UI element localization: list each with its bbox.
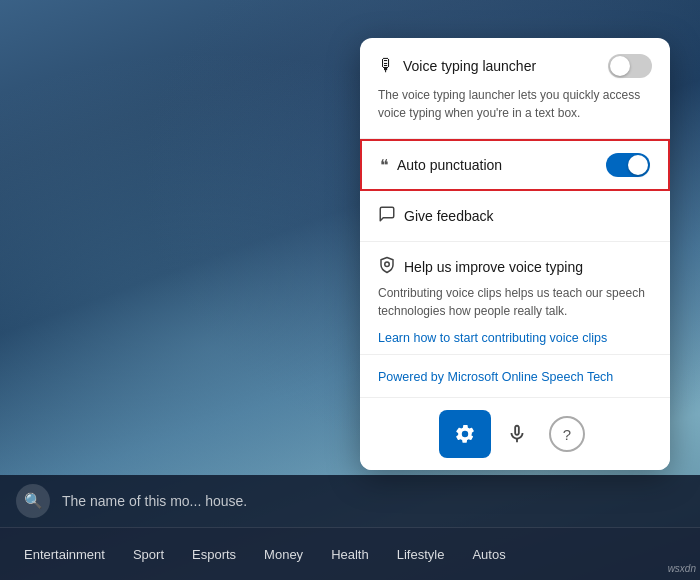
voice-typing-launcher-label: 🎙 Voice typing launcher — [378, 56, 536, 76]
microphone-btn-icon — [506, 423, 528, 445]
taskbar-item-entertainment[interactable]: Entertainment — [10, 539, 119, 570]
powered-by-section: Powered by Microsoft Online Speech Tech — [360, 355, 670, 398]
give-feedback-section[interactable]: Give feedback — [360, 191, 670, 242]
voice-typing-launcher-toggle[interactable] — [608, 54, 652, 78]
watermark: wsxdn — [668, 563, 696, 574]
help-improve-section: Help us improve voice typing Contributin… — [360, 242, 670, 355]
auto-punctuation-text: Auto punctuation — [397, 157, 502, 173]
help-icon: ? — [563, 426, 571, 443]
feedback-icon — [378, 205, 396, 227]
voice-typing-panel: 🎙 Voice typing launcher The voice typing… — [360, 38, 670, 470]
taskbar-item-health[interactable]: Health — [317, 539, 383, 570]
search-text: The name of this mo... house. — [62, 493, 247, 509]
settings-icon — [454, 423, 476, 445]
voice-typing-launcher-text: Voice typing launcher — [403, 58, 536, 74]
auto-punctuation-label: ❝ Auto punctuation — [380, 156, 502, 175]
toggle-knob — [610, 56, 630, 76]
search-bar: 🔍 The name of this mo... house. — [0, 475, 700, 527]
voice-typing-launcher-row: 🎙 Voice typing launcher — [378, 54, 652, 78]
help-button[interactable]: ? — [549, 416, 585, 452]
auto-punctuation-row: ❝ Auto punctuation — [380, 153, 650, 177]
search-icon[interactable]: 🔍 — [16, 484, 50, 518]
punctuation-icon: ❝ — [380, 156, 389, 175]
help-title-row: Help us improve voice typing — [378, 256, 652, 278]
taskbar: Entertainment Sport Esports Money Health… — [0, 527, 700, 580]
auto-punctuation-toggle[interactable] — [606, 153, 650, 177]
auto-punctuation-section: ❝ Auto punctuation — [360, 139, 670, 191]
taskbar-item-esports[interactable]: Esports — [178, 539, 250, 570]
taskbar-item-autos[interactable]: Autos — [458, 539, 519, 570]
auto-punct-toggle-knob — [628, 155, 648, 175]
voice-typing-description: The voice typing launcher lets you quick… — [378, 86, 652, 122]
settings-button[interactable] — [439, 410, 491, 458]
taskbar-item-sport[interactable]: Sport — [119, 539, 178, 570]
shield-icon — [378, 256, 396, 278]
taskbar-item-lifestyle[interactable]: Lifestyle — [383, 539, 459, 570]
powered-by-text[interactable]: Powered by Microsoft Online Speech Tech — [378, 370, 613, 384]
voice-typing-launcher-section: 🎙 Voice typing launcher The voice typing… — [360, 38, 670, 139]
svg-point-0 — [385, 262, 390, 267]
microphone-button[interactable] — [491, 410, 543, 458]
learn-more-link[interactable]: Learn how to start contributing voice cl… — [378, 331, 607, 345]
taskbar-nav: Entertainment Sport Esports Money Health… — [0, 539, 530, 570]
bottom-icons-row: ? — [360, 398, 670, 470]
give-feedback-label: Give feedback — [404, 208, 494, 224]
taskbar-item-money[interactable]: Money — [250, 539, 317, 570]
help-improve-description: Contributing voice clips helps us teach … — [378, 284, 652, 320]
microphone-icon: 🎙 — [378, 56, 395, 76]
help-improve-title: Help us improve voice typing — [404, 259, 583, 275]
